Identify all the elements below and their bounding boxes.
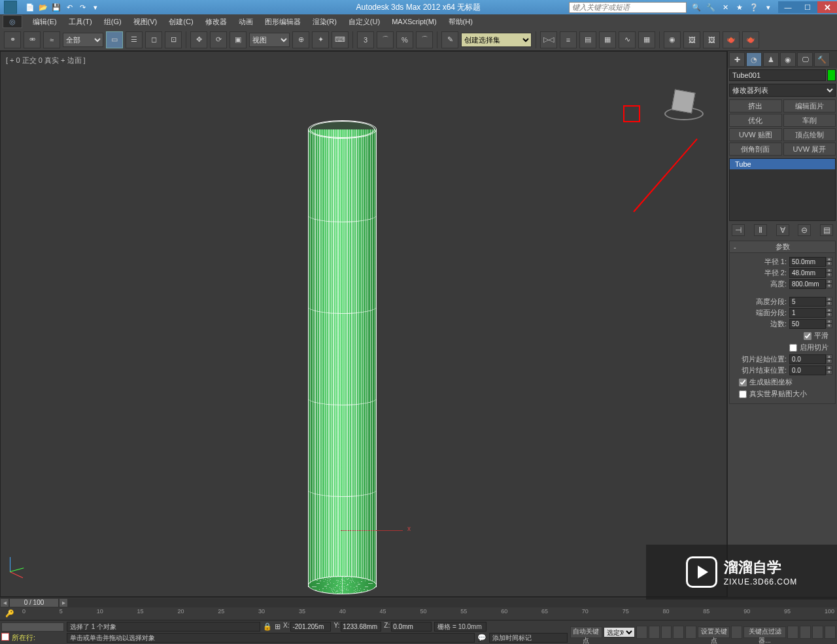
motion-tab-icon[interactable]: ◉ xyxy=(780,52,796,67)
timeslider-prev-icon[interactable]: ◂ xyxy=(0,598,9,607)
viewport[interactable]: [ + 0 正交 0 真实 + 边面 ] xyxy=(0,51,727,597)
menu-edit[interactable]: 编辑(E) xyxy=(27,16,62,28)
menu-maxscript[interactable]: MAXScript(M) xyxy=(386,16,441,27)
smooth-checkbox[interactable] xyxy=(804,332,811,340)
slicefrom-input[interactable] xyxy=(789,354,826,364)
redo-icon[interactable]: ↷ xyxy=(77,2,88,12)
sliceto-input[interactable] xyxy=(789,365,826,375)
prev-frame-icon[interactable] xyxy=(649,626,660,639)
ribbon-icon[interactable]: ▦ xyxy=(599,31,616,48)
hierarchy-tab-icon[interactable]: ♟ xyxy=(763,52,779,67)
nav-max-icon[interactable] xyxy=(825,626,836,639)
selection-filter[interactable]: 全部 xyxy=(63,33,103,47)
goto-start-icon[interactable] xyxy=(636,626,647,639)
uvwmap-button[interactable]: UVW 贴图 xyxy=(729,128,782,141)
nav-pan-icon[interactable] xyxy=(787,626,798,639)
open-icon[interactable]: 📂 xyxy=(38,2,48,12)
nav-orbit-icon[interactable] xyxy=(812,626,823,639)
vertexpaint-button[interactable]: 顶点绘制 xyxy=(783,128,836,141)
menu-customize[interactable]: 自定义(U) xyxy=(343,16,385,28)
rotate-icon[interactable]: ⟳ xyxy=(210,31,227,48)
mirror-icon[interactable]: ▷◁ xyxy=(540,31,557,48)
manipulate-icon[interactable]: ✦ xyxy=(312,31,329,48)
bevelprofile-button[interactable]: 倒角剖面 xyxy=(729,143,782,156)
help-icon[interactable]: ❔ xyxy=(748,1,760,13)
play-icon[interactable] xyxy=(661,626,672,639)
named-selection-sets[interactable]: 创建选择集 xyxy=(461,33,532,47)
spinner-snap-icon[interactable]: ⌒ xyxy=(416,31,433,48)
spinner-up-icon[interactable]: ▲ xyxy=(826,257,832,262)
remove-modifier-icon[interactable]: ⊖ xyxy=(798,224,811,236)
pivot-icon[interactable]: ⊕ xyxy=(292,31,309,48)
render-setup-icon[interactable]: 🖼 xyxy=(683,31,700,48)
lock-icon[interactable]: 🔒 xyxy=(263,622,272,631)
timeline-ruler[interactable]: 🔑 05101520253035404550556065707580859095… xyxy=(0,607,837,620)
percent-snap-icon[interactable]: % xyxy=(396,31,413,48)
menu-tools[interactable]: 工具(T) xyxy=(63,16,97,28)
pin-stack-icon[interactable]: ⊣ xyxy=(732,224,745,236)
material-editor-icon[interactable]: ◉ xyxy=(664,31,681,48)
menu-animation[interactable]: 动画 xyxy=(233,16,258,28)
capseg-input[interactable] xyxy=(789,308,826,318)
viewcube[interactable] xyxy=(661,78,707,124)
height-input[interactable] xyxy=(789,279,826,289)
render-icon[interactable]: 🫖 xyxy=(723,31,740,48)
next-frame-icon[interactable] xyxy=(673,626,684,639)
coord-display-icon[interactable]: ⊞ xyxy=(275,622,281,631)
nav-zoom-icon[interactable] xyxy=(800,626,811,639)
link-icon[interactable]: ⚭ xyxy=(4,31,21,48)
stack-item-tube[interactable]: Tube xyxy=(730,159,835,169)
search-input[interactable] xyxy=(569,2,687,13)
menu-group[interactable]: 组(G) xyxy=(99,16,127,28)
maximize-button[interactable]: ☐ xyxy=(798,1,817,13)
rect-select-icon[interactable]: ◻ xyxy=(145,31,162,48)
modify-tab-icon[interactable]: ◔ xyxy=(746,52,762,67)
select-icon[interactable]: ▭ xyxy=(106,31,123,48)
help-dropdown-icon[interactable]: ▾ xyxy=(762,1,774,13)
realworld-checkbox[interactable] xyxy=(739,390,747,398)
qat-dropdown-icon[interactable]: ▾ xyxy=(90,2,101,12)
utilities-tab-icon[interactable]: 🔨 xyxy=(814,52,830,67)
select-by-name-icon[interactable]: ☰ xyxy=(126,31,143,48)
genuv-checkbox[interactable] xyxy=(739,379,747,386)
ref-coord-system[interactable]: 视图 xyxy=(249,33,290,47)
display-tab-icon[interactable]: 🖵 xyxy=(797,52,813,67)
app-menu-button[interactable]: ◎ xyxy=(3,15,22,28)
optimize-button[interactable]: 优化 xyxy=(729,114,782,127)
snap-toggle-icon[interactable]: 3 xyxy=(357,31,374,48)
script-mini-listener[interactable] xyxy=(1,622,64,632)
window-crossing-icon[interactable]: ⊡ xyxy=(165,31,182,48)
key-icon2[interactable] xyxy=(731,626,742,639)
timeslider-next-icon[interactable]: ▸ xyxy=(59,598,68,607)
radius1-input[interactable] xyxy=(789,257,826,267)
layers-icon[interactable]: ▤ xyxy=(579,31,596,48)
sides-input[interactable] xyxy=(789,319,826,329)
menu-rendering[interactable]: 渲染(R) xyxy=(307,16,342,28)
star-icon[interactable]: ★ xyxy=(734,1,745,13)
rollout-header[interactable]: - 参数 xyxy=(730,241,835,253)
unlink-icon[interactable]: ⚮ xyxy=(24,31,41,48)
exchange-icon[interactable]: ✕ xyxy=(719,1,731,13)
edit-named-sel-icon[interactable]: ✎ xyxy=(441,31,458,48)
move-icon[interactable]: ✥ xyxy=(190,31,207,48)
scale-icon[interactable]: ▣ xyxy=(230,31,247,48)
sliceon-checkbox[interactable] xyxy=(789,344,797,352)
close-button[interactable]: ✕ xyxy=(817,1,837,13)
y-coord-input[interactable] xyxy=(341,622,381,632)
schematic-icon[interactable]: ▦ xyxy=(638,31,655,48)
configure-sets-icon[interactable]: ▤ xyxy=(820,224,833,236)
viewport-label[interactable]: [ + 0 正交 0 真实 + 边面 ] xyxy=(6,56,86,65)
new-icon[interactable]: 📄 xyxy=(25,2,35,12)
show-end-result-icon[interactable]: Ⅱ xyxy=(754,224,767,236)
timeslider-thumb[interactable]: 0 / 100 xyxy=(9,598,59,607)
goto-end-icon[interactable] xyxy=(685,626,696,639)
keymode-dropdown[interactable]: 选定对 xyxy=(604,627,635,637)
trackbar-icon[interactable]: 🔑 xyxy=(0,609,20,618)
undo-icon[interactable]: ↶ xyxy=(64,2,75,12)
keyfilters-button[interactable]: 关键点过滤器... xyxy=(743,626,786,638)
heightseg-input[interactable] xyxy=(789,297,826,307)
key-icon[interactable]: 🔧 xyxy=(705,1,717,13)
modifier-list-dropdown[interactable]: 修改器列表 xyxy=(729,84,836,97)
setkey-button[interactable]: 设置关键点 xyxy=(698,626,730,638)
menu-help[interactable]: 帮助(H) xyxy=(443,16,478,28)
